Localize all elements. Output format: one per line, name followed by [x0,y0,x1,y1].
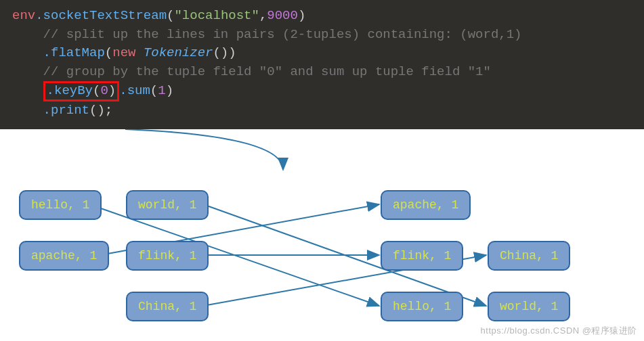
code-line-3: .flatMap(new Tokenizer()) [12,44,632,63]
input-tuple-pill: hello, 1 [19,190,102,220]
output-tuple-pill: China, 1 [488,241,570,271]
code-line-2: // split up the lines in pairs (2-tuples… [12,26,632,45]
output-tuple-pill: hello, 1 [381,292,463,321]
input-tuple-pill: apache, 1 [19,241,109,271]
token-punct: ( [167,8,174,23]
token-punct: ( [93,83,100,98]
token-comment: // split up the lines in pairs (2-tuples… [43,27,522,42]
token-punct: ()) [213,45,236,60]
token-variable: env [12,8,35,23]
token-method: .print [43,103,89,118]
token-type: Tokenizer [144,45,213,60]
input-tuple-pill: world, 1 [126,190,209,220]
code-line-6: .print(); [12,101,632,120]
code-line-4: // group by the tuple field "0" and sum … [12,63,632,82]
input-tuple-pill: flink, 1 [126,241,209,271]
diagram-area: hello, 1world, 1apache, 1flink, 1China, … [0,129,644,332]
token-number: 9000 [267,8,298,23]
token-punct: ) [298,8,305,23]
token-method: .keyBy [47,83,93,98]
token-number: 1 [158,83,165,98]
code-block: env.socketTextStream("localhost",9000) /… [0,0,644,129]
keyby-highlight-box: .keyBy(0) [43,81,120,101]
token-comment: // group by the tuple field "0" and sum … [43,64,491,79]
output-tuple-pill: flink, 1 [381,241,463,271]
token-method: .flatMap [43,45,105,60]
token-punct: (); [89,103,112,118]
token-punct: ) [166,83,173,98]
token-keyword: new [112,45,144,60]
token-method: .sum [119,83,150,98]
token-method: .socketTextStream [35,8,167,23]
watermark: https://blog.csdn.CSDN @程序猿进阶 [481,325,637,337]
code-line-5: .keyBy(0).sum(1) [12,81,632,101]
token-punct: ( [105,45,112,60]
token-punct: , [259,8,267,23]
code-line-1: env.socketTextStream("localhost",9000) [12,7,632,26]
output-tuple-pill: world, 1 [488,292,570,321]
token-number: 0 [100,83,108,98]
input-tuple-pill: China, 1 [126,292,209,321]
token-string: "localhost" [174,8,259,23]
token-punct: ( [150,83,158,98]
token-punct: ) [108,83,116,98]
pointer-curve [125,129,283,170]
output-tuple-pill: apache, 1 [381,190,471,220]
